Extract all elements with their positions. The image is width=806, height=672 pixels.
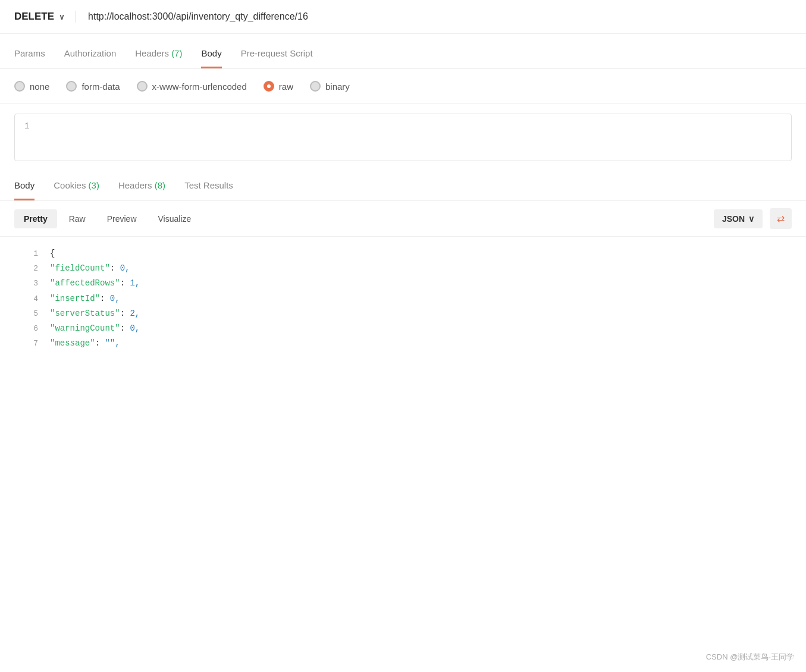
json-value: "", [105, 338, 120, 348]
tab-count-headers: (7) [171, 48, 182, 58]
json-key: "serverStatus" [50, 309, 120, 318]
radio-circle-none [14, 81, 25, 92]
response-code-line: 5"serverStatus": 2, [14, 306, 792, 321]
code-content: "message": "", [50, 336, 120, 351]
method-selector[interactable]: DELETE ∨ [14, 11, 76, 23]
request-tab-headers[interactable]: Headers (7) [135, 39, 182, 68]
format-type-selector[interactable]: JSON ∨ [714, 209, 763, 228]
method-chevron-icon: ∨ [59, 12, 65, 21]
request-tabs: ParamsAuthorizationHeaders (7)BodyPre-re… [0, 39, 806, 69]
colon: : [120, 278, 130, 288]
request-tab-params[interactable]: Params [14, 39, 45, 68]
format-btn-raw[interactable]: Raw [59, 209, 95, 228]
radio-x-www-form-urlencoded[interactable]: x-www-form-urlencoded [137, 81, 247, 92]
json-value: 0, [120, 263, 130, 273]
radio-circle-raw [264, 81, 274, 92]
json-key: "insertId" [50, 294, 100, 303]
radio-raw[interactable]: raw [264, 81, 293, 92]
wrap-button[interactable]: ⇄ [770, 208, 792, 229]
request-tab-pre-request-script[interactable]: Pre-request Script [241, 39, 313, 68]
response-code-line: 6"warningCount": 0, [14, 321, 792, 336]
response-format-bar: PrettyRawPreviewVisualizeJSON ∨⇄ [0, 201, 806, 237]
code-content: "fieldCount": 0, [50, 261, 130, 276]
code-content: "warningCount": 0, [50, 321, 140, 336]
line-number: 5 [14, 307, 38, 321]
radio-form-data[interactable]: form-data [66, 81, 120, 92]
request-tab-body[interactable]: Body [201, 39, 221, 68]
radio-label-form-data: form-data [81, 81, 120, 92]
format-type-chevron-icon: ∨ [748, 214, 754, 224]
json-key: "warningCount" [50, 324, 120, 333]
radio-circle-form-data [66, 81, 77, 92]
response-code-line: 2"fieldCount": 0, [14, 261, 792, 276]
json-value: 0, [130, 324, 140, 333]
resp-tab-count-headers: (8) [155, 180, 165, 190]
json-key: "fieldCount" [50, 263, 110, 273]
colon: : [120, 324, 130, 333]
line-number: 1 [14, 247, 38, 260]
json-key: "message" [50, 338, 95, 348]
radio-label-x-www-form-urlencoded: x-www-form-urlencoded [152, 81, 247, 92]
response-tab-cookies[interactable]: Cookies (3) [54, 171, 99, 200]
resp-tab-count-cookies: (3) [89, 180, 99, 190]
brace-open: { [50, 246, 55, 261]
response-tab-body[interactable]: Body [14, 171, 35, 200]
radio-label-none: none [30, 81, 49, 92]
format-btn-pretty[interactable]: Pretty [14, 209, 57, 228]
line-number: 2 [14, 262, 38, 275]
response-code-line: 4"insertId": 0, [14, 291, 792, 306]
response-code-line: 7"message": "", [14, 336, 792, 351]
response-code-line: 3"affectedRows": 1, [14, 276, 792, 291]
line-number: 3 [14, 277, 38, 290]
json-value: 0, [110, 294, 120, 303]
format-btn-visualize[interactable]: Visualize [149, 209, 201, 228]
radio-binary[interactable]: binary [310, 81, 350, 92]
request-body-editor[interactable]: 1 [14, 114, 792, 161]
json-value: 2, [130, 309, 140, 318]
json-key: "affectedRows" [50, 278, 120, 288]
url-bar: DELETE ∨ [0, 0, 806, 34]
method-label: DELETE [14, 11, 54, 23]
radio-label-raw: raw [279, 81, 293, 92]
format-type-label: JSON [722, 214, 745, 224]
response-code-line: 1{ [14, 246, 792, 261]
line-number: 6 [14, 322, 38, 335]
format-btn-preview[interactable]: Preview [98, 209, 146, 228]
radio-circle-x-www-form-urlencoded [137, 81, 148, 92]
radio-label-binary: binary [325, 81, 350, 92]
response-tab-test-results[interactable]: Test Results [184, 171, 233, 200]
url-input[interactable] [76, 11, 792, 22]
code-content: "affectedRows": 1, [50, 276, 140, 291]
body-types: noneform-datax-www-form-urlencodedrawbin… [0, 69, 806, 104]
colon: : [100, 294, 110, 303]
json-value: 1, [130, 278, 140, 288]
response-tab-headers[interactable]: Headers (8) [118, 171, 165, 200]
response-body: 1{2"fieldCount": 0,3"affectedRows": 1,4"… [0, 237, 806, 360]
line-number: 7 [14, 337, 38, 350]
code-content: "insertId": 0, [50, 291, 120, 306]
radio-circle-binary [310, 81, 321, 92]
code-content: "serverStatus": 2, [50, 306, 140, 321]
colon: : [110, 263, 120, 273]
response-tabs: BodyCookies (3)Headers (8)Test Results [0, 171, 806, 201]
line-number: 4 [14, 292, 38, 306]
radio-none[interactable]: none [14, 81, 49, 92]
colon: : [120, 309, 130, 318]
request-tab-authorization[interactable]: Authorization [64, 39, 117, 68]
body-line-number: 1 [24, 121, 29, 131]
colon: : [95, 338, 105, 348]
